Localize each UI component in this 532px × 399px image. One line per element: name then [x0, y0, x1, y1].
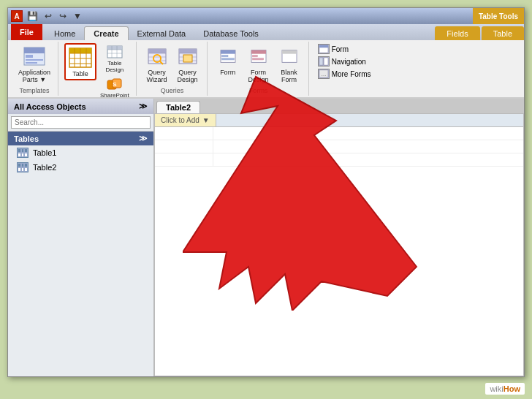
query-wizard-label: QueryWizard [147, 69, 167, 83]
svg-rect-36 [221, 50, 235, 54]
form-icon [216, 45, 240, 68]
tab-table[interactable]: Table [482, 26, 524, 40]
svg-rect-40 [251, 50, 266, 54]
table-button-label: Table [72, 70, 88, 77]
table-rows [155, 127, 523, 376]
undo-button[interactable]: ↩ [42, 10, 55, 22]
blank-form-button[interactable]: BlankForm [275, 43, 304, 85]
svg-rect-4 [26, 62, 37, 64]
form-design-label: FormDesign [248, 69, 269, 83]
tab-external-data[interactable]: External Data [129, 26, 195, 40]
application-parts-label: ApplicationParts ▼ [18, 69, 50, 83]
table-row [155, 127, 523, 140]
svg-rect-14 [107, 46, 122, 50]
redo-button[interactable]: ↪ [56, 10, 69, 22]
table-design-label: TableDesign [105, 60, 123, 73]
table-tools-label: Table Tools [473, 8, 524, 24]
table2-icon [17, 162, 28, 172]
tables-buttons: Table [64, 43, 132, 106]
query-design-label: QueryDesign [178, 69, 198, 83]
svg-rect-23 [148, 49, 166, 53]
content-area: All Access Objects ≫ Tables ≫ Table1 [8, 99, 524, 376]
nav-search-area [8, 114, 153, 132]
query-design-button[interactable]: QueryDesign [173, 43, 202, 85]
svg-rect-3 [26, 59, 43, 61]
svg-text:S: S [113, 81, 117, 88]
nav-item-table1[interactable]: Table1 [8, 145, 153, 160]
navigation-button[interactable]: Navigation [315, 56, 374, 67]
table-icon [69, 46, 92, 69]
table-row [155, 140, 523, 153]
form-button-label: Form [220, 69, 235, 76]
svg-rect-48 [324, 58, 328, 66]
table2-tab[interactable]: Table2 [156, 101, 200, 113]
undo-redo-group: ↩ ↪ ▼ [42, 10, 84, 22]
svg-rect-46 [319, 45, 328, 48]
form-nav-label: Form [332, 45, 349, 53]
tab-database-tools[interactable]: Database Tools [194, 26, 267, 40]
document-tab-bar: Table2 [154, 99, 524, 113]
nav-section-tables[interactable]: Tables ≫ [8, 132, 153, 145]
templates-group-label: Templates [20, 86, 50, 94]
svg-rect-42 [252, 58, 263, 61]
queries-buttons: QueryWizard QueryDesign [142, 43, 202, 86]
navigation-label: Navigation [332, 58, 366, 66]
svg-rect-2 [26, 55, 33, 58]
nav-item-table2[interactable]: Table2 [8, 160, 153, 175]
application-parts-button[interactable]: ApplicationParts ▼ [15, 43, 53, 85]
svg-rect-41 [252, 55, 257, 57]
query-wizard-button[interactable]: QueryWizard [142, 43, 172, 85]
tab-file[interactable]: File [11, 24, 42, 40]
form-nav-button[interactable]: Form [315, 43, 374, 55]
nav-section-toggle: ≫ [139, 134, 148, 143]
click-to-add-header[interactable]: Click to Add ▼ [155, 114, 216, 126]
table-design-icon [107, 44, 123, 60]
blank-form-icon [278, 45, 301, 68]
table-row [155, 153, 523, 167]
nav-search-input[interactable] [11, 116, 151, 129]
query-design-icon [176, 45, 200, 68]
ribbon-group-tables: Table [60, 42, 137, 96]
ribbon-tab-bar: File Home Create External Data Database … [8, 24, 524, 40]
nav-pane-title: All Access Objects [14, 102, 86, 111]
more-forms-label: More Forms [332, 70, 371, 78]
svg-rect-34 [183, 55, 192, 62]
table2-label: Table2 [33, 163, 56, 172]
title-bar: A 💾 ↩ ↪ ▼ Table Tools [8, 8, 524, 24]
more-forms-icon: … [318, 69, 330, 79]
more-forms-button[interactable]: … More Forms [315, 68, 374, 80]
nav-section-label: Tables [14, 134, 39, 143]
table-cell [155, 127, 213, 140]
forms-buttons: Form FormDesign [213, 43, 304, 86]
click-to-add-arrow: ▼ [202, 116, 210, 124]
tab-create[interactable]: Create [84, 26, 128, 40]
forms-group-label: Forms [249, 86, 268, 94]
table-header-row: Click to Add ▼ [155, 114, 523, 127]
tab-home[interactable]: Home [45, 26, 84, 40]
queries-group-label: Queries [161, 86, 184, 94]
svg-rect-1 [24, 48, 45, 53]
sharepoint-icon: S [107, 76, 123, 92]
blank-form-label: BlankForm [281, 69, 297, 83]
form-design-icon [247, 45, 270, 68]
tab-fields[interactable]: Fields [435, 26, 479, 40]
svg-rect-30 [179, 49, 197, 53]
ribbon-group-forms: Form FormDesign [209, 42, 309, 96]
query-wizard-icon [145, 45, 169, 68]
templates-buttons: ApplicationParts ▼ [15, 43, 53, 86]
form-design-button[interactable]: FormDesign [244, 43, 273, 85]
app-icon: A [11, 10, 23, 22]
form-button[interactable]: Form [213, 43, 243, 77]
nav-pane-header[interactable]: All Access Objects ≫ [8, 99, 153, 114]
click-to-add-label: Click to Add [161, 116, 200, 124]
table-cell [155, 140, 213, 153]
table1-icon [17, 148, 28, 158]
wikihow-badge: wikiHow [485, 383, 525, 395]
table-button[interactable]: Table [64, 43, 96, 80]
nav-pane-chevron: ≫ [139, 102, 148, 111]
svg-rect-38 [221, 58, 234, 61]
save-qat-button[interactable]: 💾 [26, 10, 39, 22]
table-content: Click to Add ▼ [154, 113, 524, 376]
customize-qat-button[interactable]: ▼ [71, 10, 84, 22]
table-design-button[interactable]: TableDesign [98, 43, 132, 74]
